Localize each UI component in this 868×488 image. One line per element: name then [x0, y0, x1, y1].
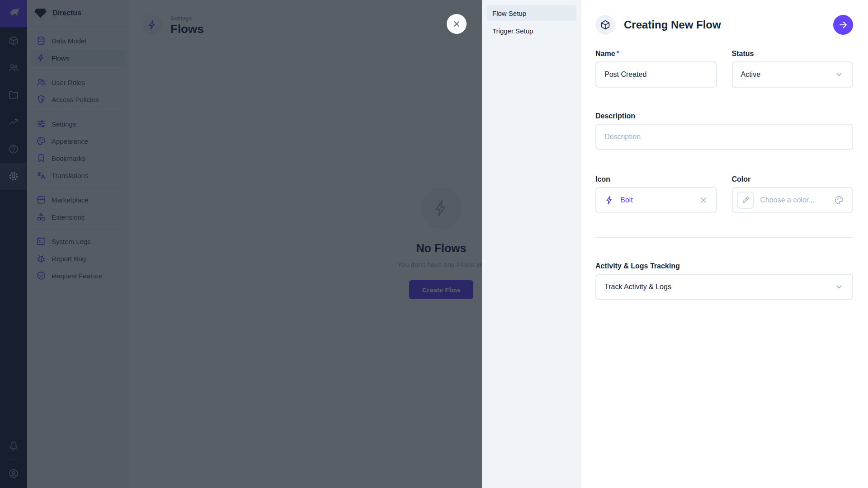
tracking-field: Activity & Logs Tracking Track Activity …: [595, 262, 853, 300]
directus-app: Directus Data Model Flows User Roles Acc…: [0, 0, 868, 488]
color-placeholder: Choose a color...: [760, 196, 815, 204]
required-mark: *: [617, 50, 619, 57]
form-section-divider: [595, 237, 853, 238]
color-label: Color: [732, 175, 854, 183]
color-input[interactable]: Choose a color...: [732, 187, 854, 213]
status-select[interactable]: Active: [732, 61, 854, 88]
color-field: Color Choose a color...: [732, 175, 854, 213]
name-label: Name*: [595, 50, 717, 58]
description-input[interactable]: [595, 124, 853, 150]
drawer-nav: Flow Setup Trigger Setup: [482, 0, 581, 488]
creating-new-flow-drawer: Flow Setup Trigger Setup Creating New Fl…: [482, 0, 868, 488]
icon-label: Icon: [595, 175, 717, 183]
arrow-right-icon: [838, 19, 849, 30]
status-field: Status Active: [732, 50, 854, 88]
status-label: Status: [732, 50, 854, 58]
drawer-title: Creating New Flow: [624, 19, 721, 31]
bolt-icon: [604, 195, 614, 205]
clear-icon[interactable]: [699, 196, 708, 205]
color-picker-button[interactable]: [737, 192, 754, 209]
description-label: Description: [595, 112, 853, 120]
save-flow-button[interactable]: [833, 15, 853, 35]
description-field: Description: [595, 112, 853, 150]
eyedropper-icon: [741, 196, 750, 205]
icon-value: Bolt: [620, 196, 633, 204]
drawer-header: Creating New Flow: [581, 0, 868, 35]
chevron-down-icon: [834, 282, 844, 292]
tracking-select[interactable]: Track Activity & Logs: [595, 274, 853, 300]
drawer-nav-flow-setup[interactable]: Flow Setup: [487, 5, 576, 21]
status-value: Active: [741, 70, 761, 79]
drawer-nav-trigger-setup[interactable]: Trigger Setup: [487, 23, 576, 38]
icon-field: Icon Bolt: [595, 175, 717, 213]
close-icon: [452, 19, 462, 29]
drawer-main: Creating New Flow Name* Status: [581, 0, 868, 488]
flow-setup-form: Name* Status Active Description: [581, 50, 868, 300]
name-input[interactable]: [595, 61, 717, 88]
tracking-value: Track Activity & Logs: [604, 283, 671, 291]
chevron-down-icon: [834, 70, 844, 80]
drawer-overlay[interactable]: [0, 0, 482, 488]
drawer-header-icon-circle: [595, 15, 615, 35]
tracking-label: Activity & Logs Tracking: [595, 262, 853, 270]
close-drawer-button[interactable]: [447, 14, 467, 34]
icon-select[interactable]: Bolt: [595, 187, 717, 213]
cube-icon: [600, 19, 611, 30]
palette-icon[interactable]: [834, 195, 844, 205]
name-field: Name*: [595, 50, 717, 88]
